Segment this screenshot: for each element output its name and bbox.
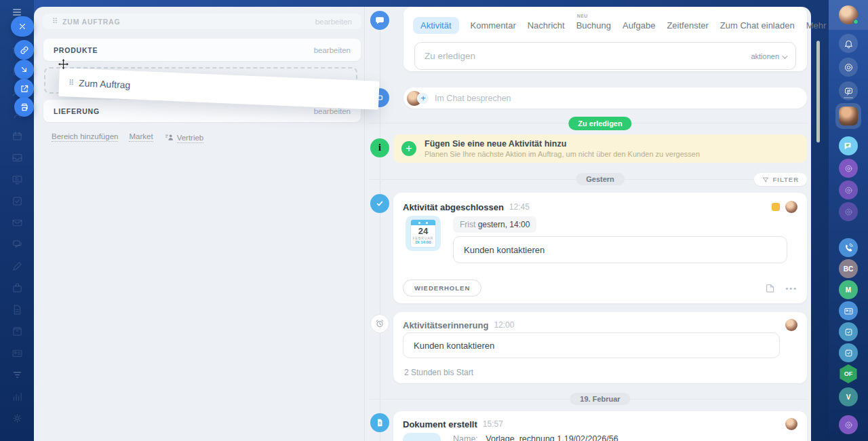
filter-lines-icon[interactable] bbox=[12, 364, 23, 385]
composer-card: Aktivität Kommentar Nachricht NEUBuchung… bbox=[403, 7, 807, 71]
checklist-circle-icon[interactable] bbox=[839, 322, 858, 341]
calendar-widget: 24 FEBRUAR DI 14:00 bbox=[406, 216, 441, 251]
alarm-icon bbox=[370, 314, 389, 333]
current-user-box[interactable] bbox=[829, 0, 868, 30]
contact-avatar[interactable] bbox=[839, 107, 858, 126]
edit-link[interactable]: bearbeiten bbox=[315, 18, 352, 26]
activity-time: 12:45 bbox=[509, 202, 530, 212]
repeat-button[interactable]: WIEDERHOLEN bbox=[403, 280, 481, 296]
chat-input[interactable] bbox=[435, 94, 804, 103]
checklist-circle-icon[interactable] bbox=[839, 343, 858, 362]
plus-icon[interactable]: + bbox=[401, 141, 416, 156]
section-title: LIEFERUNG bbox=[54, 107, 100, 115]
tab-aktivitaet[interactable]: Aktivität bbox=[413, 17, 459, 34]
document-icon[interactable] bbox=[12, 299, 23, 320]
tab-nachricht[interactable]: Nachricht bbox=[528, 20, 565, 31]
chat-input-row[interactable]: + bbox=[403, 88, 807, 109]
edit-link[interactable]: bearbeiten bbox=[314, 46, 351, 54]
active-contact-box[interactable] bbox=[835, 103, 861, 129]
drag-handle-icon[interactable]: ⠿ bbox=[52, 17, 57, 26]
move-to-button[interactable] bbox=[14, 60, 34, 79]
calendar-icon[interactable] bbox=[12, 125, 23, 147]
board-icon[interactable] bbox=[12, 168, 23, 190]
tab-aufgabe[interactable]: Aufgabe bbox=[623, 20, 655, 31]
tab-buchung[interactable]: NEUBuchung bbox=[576, 20, 611, 31]
actions-dropdown[interactable]: aktionen bbox=[751, 52, 786, 60]
activity-done-card: Aktivität abgeschlossen 12:45 24 FEBRUAR… bbox=[393, 193, 807, 303]
todo-input[interactable] bbox=[425, 51, 751, 61]
avatar bbox=[785, 201, 797, 213]
contact-badge-v[interactable]: V bbox=[839, 387, 858, 406]
id-card-circle-icon[interactable] bbox=[839, 301, 858, 320]
add-section-link[interactable]: Bereich hinzufügen bbox=[52, 132, 118, 142]
edit-icon[interactable] bbox=[12, 255, 23, 277]
external-link-button[interactable] bbox=[14, 79, 34, 98]
scrollbar-thumb[interactable] bbox=[816, 41, 820, 142]
mail-icon[interactable] bbox=[12, 212, 23, 233]
user-avatar[interactable] bbox=[839, 5, 858, 24]
reminder-status: 2 Stunden bis Start bbox=[404, 368, 473, 377]
note-icon[interactable] bbox=[765, 283, 776, 294]
more-options-icon[interactable]: ••• bbox=[785, 284, 797, 292]
market-link[interactable]: Market bbox=[129, 132, 153, 142]
deadline-chip: Frist gestern, 14:00 bbox=[453, 216, 536, 233]
document-circle-icon bbox=[370, 413, 389, 432]
timeline-line bbox=[380, 20, 380, 441]
chat-bubbles-icon[interactable] bbox=[839, 136, 858, 155]
reminder-text-box[interactable]: Kunden kontaktieren bbox=[403, 332, 780, 358]
tab-zum-chat-einladen[interactable]: Zum Chat einladen bbox=[720, 20, 795, 31]
workspace-icon-purple[interactable] bbox=[839, 159, 858, 178]
section-produkte[interactable]: PRODUKTE bearbeiten bbox=[43, 39, 361, 61]
contact-badge-bc[interactable]: BC bbox=[839, 259, 858, 278]
chart-icon[interactable] bbox=[12, 385, 23, 407]
filter-button[interactable]: FILTER bbox=[754, 173, 807, 186]
briefcase-icon[interactable] bbox=[12, 277, 23, 299]
chats-icon[interactable] bbox=[12, 233, 23, 255]
sidebar-divider bbox=[844, 97, 853, 98]
calendar-rings bbox=[411, 220, 435, 225]
section-title: PRODUKTE bbox=[54, 46, 98, 54]
spiral-logo-icon[interactable] bbox=[839, 58, 858, 77]
workspace-icon-purple[interactable] bbox=[839, 180, 858, 199]
tab-zeitfenster[interactable]: Zeitfenster bbox=[667, 20, 708, 31]
contact-badge-m[interactable]: M bbox=[839, 280, 858, 299]
info-banner[interactable]: + Fügen Sie eine neue Aktivität hinzu Pl… bbox=[393, 134, 807, 163]
id-card-icon[interactable] bbox=[12, 342, 23, 364]
vertrieb-link: Vertrieb bbox=[177, 134, 204, 143]
avatar bbox=[785, 418, 797, 430]
phone-icon[interactable] bbox=[839, 238, 858, 257]
activity-text-box[interactable]: Kunden kontaktieren bbox=[453, 236, 787, 263]
add-participant-icon[interactable]: + bbox=[417, 92, 429, 104]
workspace-icon-purple[interactable] bbox=[839, 202, 858, 221]
status-badge: Zu erledigen bbox=[568, 117, 631, 130]
info-icon: i bbox=[370, 138, 389, 157]
package-icon[interactable] bbox=[12, 320, 23, 342]
reminder-card: Aktivitätserinnerung 12:00 Kunden kontak… bbox=[393, 312, 807, 383]
document-name-label: Name: bbox=[453, 434, 478, 441]
document-time: 15:57 bbox=[483, 419, 503, 429]
link-button[interactable] bbox=[14, 40, 34, 60]
check-circle-icon bbox=[370, 194, 389, 213]
notifications-bell-icon[interactable] bbox=[839, 34, 858, 53]
close-button[interactable] bbox=[11, 16, 34, 37]
calendar-weekday-time: DI 14:00 bbox=[411, 240, 435, 244]
move-cursor-icon bbox=[58, 59, 68, 69]
drag-handle-icon[interactable]: ⠿ bbox=[68, 78, 74, 87]
tab-kommentar[interactable]: Kommentar bbox=[471, 20, 516, 31]
inbox-icon[interactable] bbox=[12, 147, 23, 168]
reminder-text: Kunden kontaktieren bbox=[414, 341, 494, 351]
settings-gear-icon[interactable] bbox=[12, 407, 23, 429]
activity-title: Aktivität abgeschlossen bbox=[403, 202, 504, 212]
todo-input-box[interactable]: aktionen bbox=[414, 42, 796, 70]
vertrieb-link-wrap[interactable]: Vertrieb bbox=[164, 133, 204, 142]
print-button[interactable] bbox=[14, 97, 34, 117]
calendar-day: 24 bbox=[411, 226, 435, 236]
contact-badge-of[interactable]: OF bbox=[839, 364, 858, 383]
task-check-icon[interactable] bbox=[12, 190, 23, 212]
document-thumb bbox=[403, 433, 441, 441]
panel-title: ZUM AUFTRAG bbox=[62, 18, 120, 26]
banner-title: Fügen Sie eine neue Aktivität hinzu bbox=[425, 139, 700, 149]
priority-flag bbox=[772, 203, 780, 211]
panel-header-zum-auftrag[interactable]: ⠿ ZUM AUFTRAG bearbeiten bbox=[43, 14, 361, 29]
workspace-icon-purple[interactable] bbox=[839, 415, 858, 434]
